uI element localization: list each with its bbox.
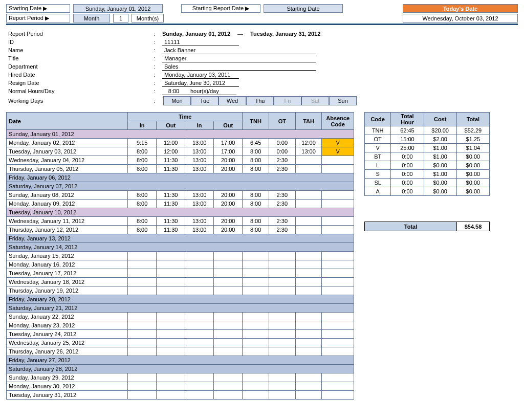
tnh-cell[interactable]: 6:45 [243,139,269,147]
period-num[interactable]: 1 [113,14,128,23]
out2-cell[interactable]: 17:00 [214,139,243,147]
out1-cell[interactable]: 11:30 [157,200,185,208]
out2-cell[interactable] [214,330,243,339]
in1-cell[interactable]: 8:00 [128,200,157,208]
out1-cell[interactable] [157,252,185,260]
in2-cell[interactable] [185,252,214,260]
out1-cell[interactable] [157,347,185,356]
tnh-cell[interactable]: 8:00 [243,217,269,226]
tnh-cell[interactable] [243,252,269,260]
out2-cell[interactable]: 17:00 [214,147,243,156]
tnh-cell[interactable]: 8:00 [243,165,269,173]
absence-cell[interactable] [322,165,354,173]
out2-cell[interactable] [214,252,243,260]
in1-cell[interactable]: 9:15 [128,139,157,147]
tnh-cell[interactable]: 8:00 [243,147,269,156]
tnh-cell[interactable] [243,382,269,391]
in2-cell[interactable] [185,347,214,356]
tah-cell[interactable] [295,321,322,330]
date-cell[interactable]: Monday, January 16, 2012 [7,260,128,269]
tnh-cell[interactable]: 8:00 [243,200,269,208]
date-cell[interactable]: Wednesday, January 04, 2012 [7,156,128,165]
out2-cell[interactable]: 20:00 [214,217,243,226]
out1-cell[interactable]: 11:30 [157,165,185,173]
tah-cell[interactable] [295,191,322,200]
out1-cell[interactable] [157,321,185,330]
out1-cell[interactable]: 12:00 [157,139,185,147]
absence-cell[interactable] [322,339,354,347]
out2-cell[interactable] [214,339,243,347]
starting-report-value[interactable]: Starting Date [264,4,343,13]
tah-cell[interactable] [295,286,322,295]
tah-cell[interactable] [295,226,322,234]
day-box[interactable]: Sat [301,96,329,105]
tah-cell[interactable] [295,339,322,347]
in2-cell[interactable]: 13:00 [185,165,214,173]
tnh-cell[interactable] [243,373,269,382]
in1-cell[interactable] [128,321,157,330]
absence-cell[interactable]: V [322,139,354,147]
tnh-cell[interactable]: 8:00 [243,191,269,200]
info-name[interactable]: Jack Banner [162,47,316,54]
day-box[interactable]: Wed [219,96,246,105]
absence-cell[interactable] [322,391,354,400]
out2-cell[interactable] [214,321,243,330]
ot-cell[interactable] [269,391,295,400]
day-box[interactable]: Sun [329,96,357,105]
out2-cell[interactable]: 20:00 [214,156,243,165]
ot-cell[interactable]: 2:30 [269,191,295,200]
in1-cell[interactable] [128,391,157,400]
out1-cell[interactable] [157,278,185,286]
ot-cell[interactable]: 2:30 [269,226,295,234]
tah-cell[interactable] [295,373,322,382]
absence-cell[interactable] [322,321,354,330]
absence-cell[interactable] [322,252,354,260]
in1-cell[interactable]: 8:00 [128,217,157,226]
ot-cell[interactable] [269,286,295,295]
tnh-cell[interactable]: 8:00 [243,226,269,234]
out2-cell[interactable]: 20:00 [214,226,243,234]
in1-cell[interactable] [128,252,157,260]
in1-cell[interactable] [128,260,157,269]
in2-cell[interactable] [185,286,214,295]
date-cell[interactable]: Monday, January 30, 2012 [7,382,128,391]
out1-cell[interactable]: 11:30 [157,156,185,165]
day-box[interactable]: Mon [163,96,191,105]
ot-cell[interactable]: 0:00 [269,147,295,156]
tah-cell[interactable] [295,252,322,260]
date-cell[interactable]: Thursday, January 12, 2012 [7,226,128,234]
ot-cell[interactable] [269,339,295,347]
date-cell[interactable]: Monday, January 23, 2012 [7,321,128,330]
tah-cell[interactable] [295,200,322,208]
in1-cell[interactable] [128,347,157,356]
absence-cell[interactable] [322,286,354,295]
period-type[interactable]: Month [73,14,110,23]
date-cell[interactable]: Tuesday, January 31, 2012 [7,391,128,400]
tnh-cell[interactable] [243,321,269,330]
date-cell[interactable]: Sunday, January 22, 2012 [7,313,128,321]
in2-cell[interactable]: 13:00 [185,217,214,226]
in1-cell[interactable]: 8:00 [128,191,157,200]
info-title[interactable]: Manager [162,55,316,62]
out1-cell[interactable] [157,286,185,295]
out1-cell[interactable] [157,330,185,339]
absence-cell[interactable] [322,191,354,200]
out2-cell[interactable]: 20:00 [214,165,243,173]
tah-cell[interactable] [295,313,322,321]
date-cell[interactable]: Thursday, January 19, 2012 [7,286,128,295]
info-department[interactable]: Sales [162,63,316,71]
absence-cell[interactable] [322,226,354,234]
in1-cell[interactable] [128,278,157,286]
out2-cell[interactable] [214,391,243,400]
absence-cell[interactable] [322,269,354,278]
date-cell[interactable]: Wednesday, January 25, 2012 [7,339,128,347]
in1-cell[interactable]: 8:00 [128,147,157,156]
in2-cell[interactable]: 13:00 [185,200,214,208]
ot-cell[interactable] [269,269,295,278]
date-cell[interactable]: Wednesday, January 11, 2012 [7,217,128,226]
out2-cell[interactable]: 20:00 [214,200,243,208]
out1-cell[interactable] [157,260,185,269]
out2-cell[interactable] [214,286,243,295]
in2-cell[interactable] [185,339,214,347]
in1-cell[interactable]: 8:00 [128,226,157,234]
